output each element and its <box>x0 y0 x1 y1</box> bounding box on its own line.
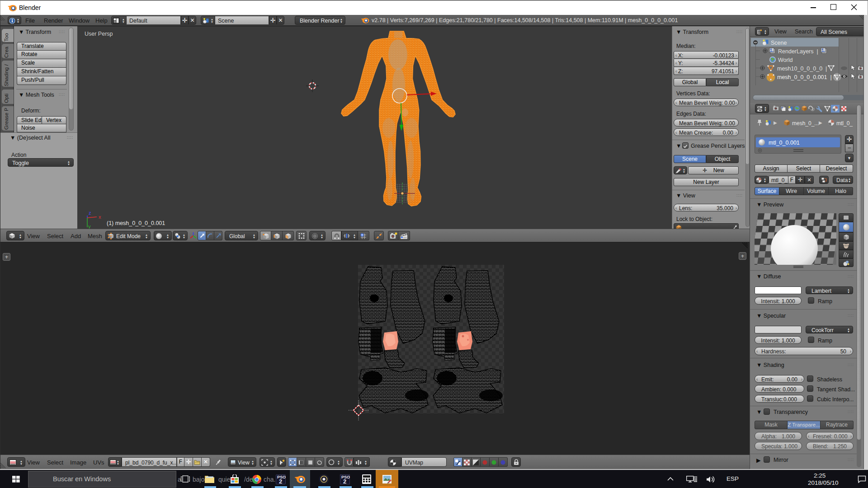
svg-text:z: z <box>89 210 91 216</box>
svg-text:y: y <box>88 224 91 229</box>
svg-text:x: x <box>99 214 101 220</box>
